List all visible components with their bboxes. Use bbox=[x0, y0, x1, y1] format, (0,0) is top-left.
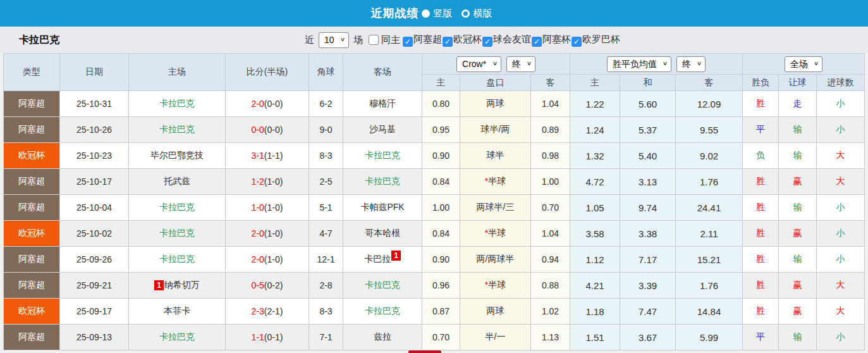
avg-time-select[interactable]: 终 bbox=[676, 56, 706, 72]
result-text: 胜 bbox=[756, 202, 765, 212]
away-team-name[interactable]: 卡拉巴克 bbox=[365, 306, 400, 316]
avg-home-cell: 1.22 bbox=[570, 91, 620, 117]
let-result-cell: 赢 bbox=[779, 221, 817, 247]
result-cell: 平 bbox=[743, 117, 779, 143]
corners-cell: 7-1 bbox=[309, 325, 343, 350]
goals-text: 小 bbox=[836, 228, 845, 238]
league-badge: 阿塞超 bbox=[4, 169, 60, 195]
home-team-name[interactable]: 卡拉巴克 bbox=[159, 228, 195, 238]
home-rank-badge: 1 bbox=[154, 280, 164, 290]
goals-text: 大 bbox=[836, 150, 845, 160]
league-badge: 阿塞超 bbox=[4, 195, 60, 221]
goals-text: 小 bbox=[836, 98, 845, 108]
filter-bar: 卡拉巴克 近 10 场 同主 ✓阿塞超✓欧冠杯✓球会友谊✓阿塞杯✓欧罗巴杯 bbox=[0, 27, 868, 53]
league-badge: 欧冠杯 bbox=[4, 299, 60, 325]
match-row-7: 阿塞超25-09-211纳希切万0-5(0-2)2-8卡拉巴克0.96*半球0.… bbox=[4, 273, 865, 299]
half-time-score: (1-0) bbox=[264, 176, 283, 187]
same-home-checkbox[interactable] bbox=[369, 35, 379, 45]
away-team-name[interactable]: 沙马基 bbox=[369, 124, 396, 134]
away-team-name[interactable]: 卡拉巴克 bbox=[365, 280, 400, 290]
match-date: 25-10-04 bbox=[60, 195, 129, 221]
subheader-avg-home: 主 bbox=[570, 75, 620, 91]
league-checkbox-0[interactable]: ✓ bbox=[403, 37, 413, 47]
home-team-name[interactable]: 纳希切万 bbox=[164, 280, 200, 290]
league-checkbox-4[interactable]: ✓ bbox=[572, 37, 582, 47]
away-team-name[interactable]: 卡帕兹PFK bbox=[360, 202, 404, 212]
away-team-name[interactable]: 穆格汗 bbox=[369, 98, 396, 108]
odds-time-select[interactable]: 终 bbox=[506, 56, 535, 72]
result-text: 胜 bbox=[756, 306, 765, 316]
scope-select[interactable]: 全场 bbox=[785, 56, 822, 72]
goals-cell: 大 bbox=[817, 273, 865, 299]
away-rank-badge: 1 bbox=[391, 251, 401, 261]
score-cell: 2-3(2-1) bbox=[226, 299, 309, 325]
odds-away-cell: 0.70 bbox=[531, 195, 570, 221]
recent-count-select[interactable]: 10 bbox=[319, 32, 349, 48]
odds-away-cell: 1.04 bbox=[531, 221, 570, 247]
recent-results-table: 类型 日期 主场 比分(半场) 角球 客场 Crow* 终 bbox=[3, 53, 865, 350]
handicap-cell: 两/两球半 bbox=[460, 247, 531, 273]
result-text: 胜 bbox=[756, 228, 765, 238]
away-team-name[interactable]: 卡拉巴克 bbox=[365, 176, 400, 186]
away-team-cell: 兹拉 bbox=[343, 325, 422, 350]
subheader-odds-home: 主 bbox=[422, 75, 460, 91]
full-time-score: 1-1 bbox=[252, 332, 264, 342]
home-team-name[interactable]: 卡拉巴克 bbox=[159, 98, 195, 108]
score-cell: 0-5(0-2) bbox=[226, 273, 309, 299]
same-home-label[interactable]: 同主 bbox=[381, 34, 400, 46]
handicap-text: 球半/两 bbox=[481, 124, 510, 134]
league-label-4[interactable]: 欧罗巴杯 bbox=[582, 34, 620, 44]
home-team-name[interactable]: 卡拉巴克 bbox=[159, 331, 195, 342]
league-label-0[interactable]: 阿塞超 bbox=[413, 34, 442, 44]
home-team-name[interactable]: 卡拉巴克 bbox=[159, 254, 195, 264]
let-result-cell: 赢 bbox=[779, 299, 817, 325]
radio-vertical-layout[interactable] bbox=[422, 9, 430, 18]
away-team-name[interactable]: 兹拉 bbox=[374, 331, 391, 342]
let-result-cell: 赢 bbox=[779, 169, 817, 195]
away-team-name[interactable]: 卡巴拉 bbox=[364, 254, 391, 264]
home-team-cell: 卡拉巴克 bbox=[129, 195, 226, 221]
half-time-score: (2-1) bbox=[264, 306, 283, 316]
goals-cell: 小 bbox=[817, 221, 865, 247]
home-team-name[interactable]: 本菲卡 bbox=[164, 306, 190, 316]
odds-away-cell: 1.00 bbox=[531, 169, 570, 195]
recent-label: 近 bbox=[305, 34, 314, 46]
league-checkbox-3[interactable]: ✓ bbox=[532, 37, 542, 47]
match-row-5: 欧冠杯25-10-02卡拉巴克2-0(1-0)4-7哥本哈根0.84*半球1.0… bbox=[4, 221, 865, 247]
league-checkbox-1[interactable]: ✓ bbox=[443, 37, 453, 47]
avg-type-select[interactable]: 胜平负均值 bbox=[607, 56, 671, 72]
odds-away-cell: 1.04 bbox=[531, 91, 570, 117]
odds-home-cell: 0.80 bbox=[422, 91, 460, 117]
league-label-3[interactable]: 阿塞杯 bbox=[542, 34, 571, 44]
league-label-1[interactable]: 欧冠杯 bbox=[453, 34, 482, 44]
home-team-name[interactable]: 卡拉巴克 bbox=[159, 124, 195, 134]
avg-type-select-wrap: 胜平负均值 bbox=[607, 56, 671, 72]
away-team-name[interactable]: 哥本哈根 bbox=[365, 228, 400, 238]
goals-cell: 大 bbox=[817, 169, 865, 195]
league-badge: 阿塞超 bbox=[4, 91, 60, 117]
avg-away-cell: 24.41 bbox=[676, 195, 743, 221]
odds-away-cell: 0.88 bbox=[531, 273, 570, 299]
radio-horizontal-label[interactable]: 横版 bbox=[474, 8, 492, 20]
avg-away-cell: 9.55 bbox=[676, 117, 743, 143]
radio-vertical-label[interactable]: 竖版 bbox=[434, 8, 453, 20]
let-result-cell: 输 bbox=[779, 117, 817, 143]
matches-label: 场 bbox=[353, 34, 363, 46]
header-corners: 角球 bbox=[309, 54, 343, 91]
radio-horizontal-layout[interactable] bbox=[462, 9, 470, 18]
league-label-2[interactable]: 球会友谊 bbox=[493, 34, 531, 44]
odds-company-select[interactable]: Crow* bbox=[456, 56, 501, 72]
home-team-name[interactable]: 毕尔巴鄂竞技 bbox=[150, 150, 204, 160]
home-team-name[interactable]: 托武兹 bbox=[164, 176, 190, 186]
odds-away-cell: 1.02 bbox=[531, 299, 570, 325]
odds-home-cell: 0.70 bbox=[422, 325, 460, 350]
result-cell: 胜 bbox=[743, 247, 779, 273]
away-team-name[interactable]: 卡拉巴克 bbox=[365, 150, 400, 160]
home-team-name[interactable]: 卡拉巴克 bbox=[159, 202, 195, 212]
half-time-score: (1-0) bbox=[264, 228, 283, 238]
odds-home-cell: 0.84 bbox=[422, 169, 460, 195]
match-row-9: 阿塞超25-09-13卡拉巴克1-1(0-1)7-1兹拉0.70半/一1.131… bbox=[4, 325, 865, 350]
scope-select-wrap: 全场 bbox=[785, 56, 822, 72]
score-cell: 1-1(0-1) bbox=[226, 325, 309, 350]
league-checkbox-2[interactable]: ✓ bbox=[482, 37, 492, 47]
